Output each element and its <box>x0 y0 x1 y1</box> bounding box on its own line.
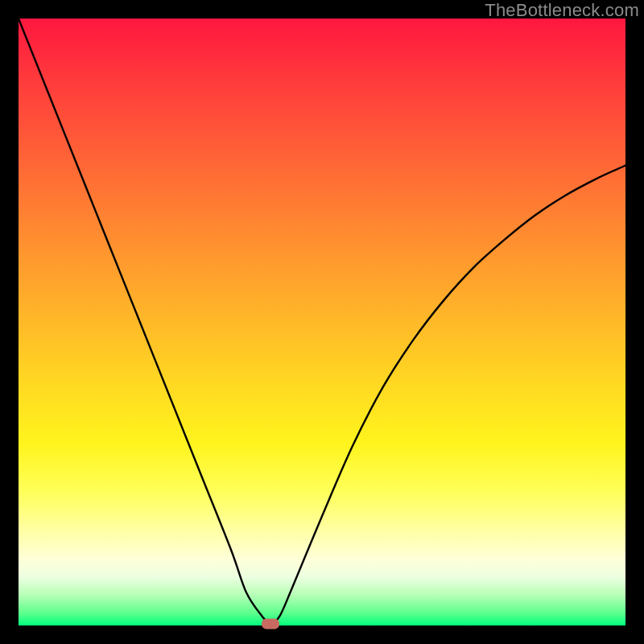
chart-frame <box>19 19 625 625</box>
minimum-marker <box>262 618 279 629</box>
watermark-text: TheBottleneck.com <box>485 0 639 21</box>
bottleneck-curve <box>19 19 625 625</box>
